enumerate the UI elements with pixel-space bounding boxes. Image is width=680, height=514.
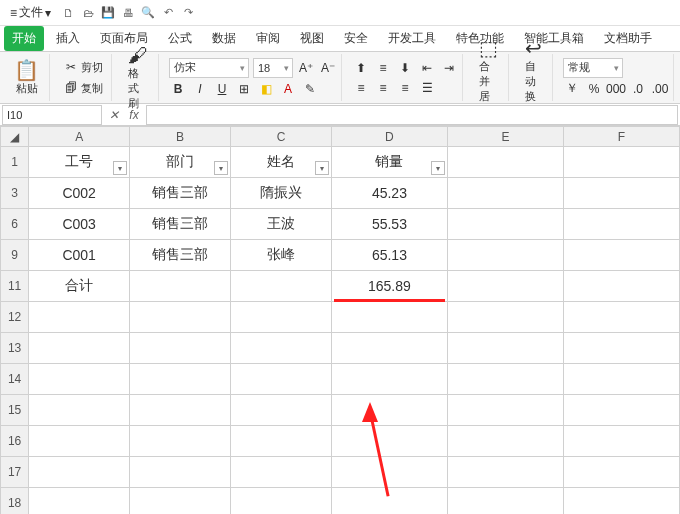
cell[interactable]: 销售三部 [130,209,231,240]
cell[interactable] [331,333,447,364]
cell[interactable] [563,457,679,488]
filter-icon[interactable]: ▾ [113,161,127,175]
col-header-f[interactable]: F [563,127,679,147]
cell[interactable] [563,271,679,302]
redo-icon[interactable]: ↷ [179,4,197,22]
cell[interactable] [29,333,130,364]
distribute-icon[interactable]: ☰ [418,79,436,97]
cell[interactable] [231,457,332,488]
cell-total[interactable]: 165.89 [331,271,447,302]
row-header[interactable]: 12 [1,302,29,333]
preview-icon[interactable]: 🔍 [139,4,157,22]
cell[interactable] [231,333,332,364]
phonetic-button[interactable]: ✎ [301,80,319,98]
row-header[interactable]: 9 [1,240,29,271]
file-menu[interactable]: ≡ 文件 ▾ [4,2,57,23]
dec-inc-icon[interactable]: .0 [629,80,647,98]
cell[interactable]: 销售三部 [130,240,231,271]
tab-dochelp[interactable]: 文档助手 [596,26,660,51]
tab-insert[interactable]: 插入 [48,26,88,51]
align-bot-icon[interactable]: ⬇ [396,59,414,77]
cell[interactable] [447,426,563,457]
tab-dev[interactable]: 开发工具 [380,26,444,51]
font-select[interactable]: 仿宋 [169,58,249,78]
tab-review[interactable]: 审阅 [248,26,288,51]
fontcolor-button[interactable]: A [279,80,297,98]
formula-bar[interactable] [146,105,678,125]
cell[interactable]: 张峰 [231,240,332,271]
cell[interactable] [563,488,679,515]
row-header[interactable]: 3 [1,178,29,209]
new-icon[interactable]: 🗋 [59,4,77,22]
row-header[interactable]: 13 [1,333,29,364]
align-top-icon[interactable]: ⬆ [352,59,370,77]
cell[interactable]: 55.53 [331,209,447,240]
cell[interactable] [563,302,679,333]
name-box[interactable]: I10 [2,105,102,125]
cell[interactable] [29,302,130,333]
cell[interactable] [447,209,563,240]
cell[interactable] [447,395,563,426]
cell[interactable] [29,457,130,488]
align-right-icon[interactable]: ≡ [396,79,414,97]
cell[interactable] [447,302,563,333]
cell[interactable] [447,488,563,515]
cell[interactable]: 65.13 [331,240,447,271]
cell[interactable]: 姓名▾ [231,147,332,178]
cell[interactable] [331,457,447,488]
cell[interactable] [130,457,231,488]
cell[interactable]: 部门▾ [130,147,231,178]
cell[interactable] [447,457,563,488]
cell[interactable] [563,333,679,364]
dec-dec-icon[interactable]: .00 [651,80,669,98]
cell[interactable] [563,395,679,426]
col-header-c[interactable]: C [231,127,332,147]
cell[interactable] [29,426,130,457]
paste-button[interactable]: 📋粘贴 [8,57,45,98]
cell[interactable]: 合计 [29,271,130,302]
cell[interactable] [231,271,332,302]
align-center-icon[interactable]: ≡ [374,79,392,97]
cell[interactable]: C003 [29,209,130,240]
fillcolor-button[interactable]: ◧ [257,80,275,98]
row-header[interactable]: 17 [1,457,29,488]
tab-security[interactable]: 安全 [336,26,376,51]
cell[interactable]: 工号▾ [29,147,130,178]
align-mid-icon[interactable]: ≡ [374,59,392,77]
cell[interactable] [331,364,447,395]
row-header[interactable]: 11 [1,271,29,302]
italic-button[interactable]: I [191,80,209,98]
cut-button[interactable]: ✂剪切 [60,58,107,77]
indent-inc-icon[interactable]: ⇥ [440,59,458,77]
numfmt-select[interactable]: 常规 [563,58,623,78]
percent-icon[interactable]: % [585,80,603,98]
row-header[interactable]: 15 [1,395,29,426]
cell[interactable] [447,178,563,209]
fx-icon[interactable]: fx [124,108,144,122]
cell[interactable] [447,240,563,271]
cell[interactable] [331,426,447,457]
row-header[interactable]: 16 [1,426,29,457]
cell[interactable] [231,488,332,515]
worksheet[interactable]: ◢ A B C D E F 1 工号▾ 部门▾ 姓名▾ 销量▾ 3 C002 销… [0,126,680,514]
tab-start[interactable]: 开始 [4,26,44,51]
cell[interactable]: 销量▾ [331,147,447,178]
open-icon[interactable]: 🗁 [79,4,97,22]
underline-button[interactable]: U [213,80,231,98]
col-header-d[interactable]: D [331,127,447,147]
filter-icon[interactable]: ▾ [315,161,329,175]
tab-formula[interactable]: 公式 [160,26,200,51]
grow-font-icon[interactable]: A⁺ [297,59,315,77]
cell[interactable] [130,271,231,302]
col-header-b[interactable]: B [130,127,231,147]
cell[interactable] [29,395,130,426]
cancel-icon[interactable]: ✕ [104,108,124,122]
tab-view[interactable]: 视图 [292,26,332,51]
cell[interactable] [331,302,447,333]
cell[interactable] [563,240,679,271]
border-button[interactable]: ⊞ [235,80,253,98]
cell[interactable]: 45.23 [331,178,447,209]
row-header[interactable]: 14 [1,364,29,395]
cell[interactable] [130,395,231,426]
cell[interactable] [130,364,231,395]
